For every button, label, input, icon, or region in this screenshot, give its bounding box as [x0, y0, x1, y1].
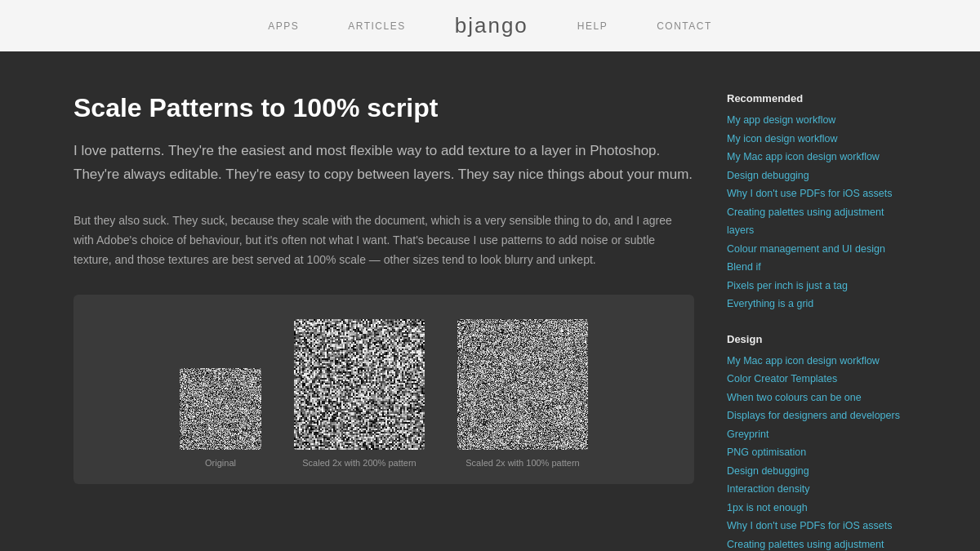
sidebar-link[interactable]: PNG optimisation: [727, 443, 906, 462]
sidebar-link[interactable]: Colour management and UI design: [727, 240, 906, 259]
sidebar-link[interactable]: Creating palettes using adjustment layer…: [727, 535, 906, 552]
nav-help-link[interactable]: HELP: [577, 20, 608, 32]
sidebar-link[interactable]: Greyprint: [727, 425, 906, 444]
design-links: My Mac app icon design workflowColor Cre…: [727, 352, 906, 552]
sidebar-link[interactable]: When two colours can be one: [727, 389, 906, 407]
noise-100: [457, 319, 588, 450]
sidebar-link[interactable]: My icon design workflow: [727, 130, 906, 149]
sidebar-link[interactable]: My Mac app icon design workflow: [727, 352, 906, 371]
recommended-links: My app design workflowMy icon design wor…: [727, 111, 906, 313]
sidebar: Recommended My app design workflowMy ico…: [727, 92, 906, 551]
caption-200: Scaled 2x with 200% pattern: [302, 458, 416, 468]
caption-original: Original: [205, 458, 236, 468]
sidebar-link[interactable]: Everything is a grid: [727, 295, 906, 313]
pattern-100: Scaled 2x with 100% pattern: [457, 319, 588, 468]
sidebar-link[interactable]: 1px is not enough: [727, 499, 906, 518]
caption-100: Scaled 2x with 100% pattern: [466, 458, 579, 468]
sidebar-design-title: Design: [727, 333, 906, 345]
sidebar-link[interactable]: Creating palettes using adjustment layer…: [727, 203, 906, 240]
sidebar-recommended: Recommended My app design workflowMy ico…: [727, 92, 906, 313]
sidebar-link[interactable]: My Mac app icon design workflow: [727, 148, 906, 167]
sidebar-link[interactable]: Why I don't use PDFs for iOS assets: [727, 184, 906, 203]
sidebar-link[interactable]: Displays for designers and developers: [727, 407, 906, 425]
sidebar-link[interactable]: Blend if: [727, 258, 906, 277]
noise-200: [294, 319, 425, 450]
pattern-original: Original: [180, 368, 261, 468]
sidebar-link[interactable]: Interaction density: [727, 480, 906, 499]
nav: APPS ARTICLES bjango HELP CONTACT: [268, 13, 712, 38]
noise-original: [180, 368, 261, 450]
header: APPS ARTICLES bjango HELP CONTACT: [0, 0, 980, 51]
sidebar-link[interactable]: My app design workflow: [727, 111, 906, 130]
sidebar-link[interactable]: Color Creator Templates: [727, 370, 906, 389]
article: Scale Patterns to 100% script I love pat…: [74, 92, 694, 551]
pattern-demo: Original Scaled 2x with 200% pattern Sca…: [74, 295, 694, 484]
nav-apps-link[interactable]: APPS: [268, 20, 299, 32]
article-title: Scale Patterns to 100% script: [74, 92, 694, 123]
sidebar-design: Design My Mac app icon design workflowCo…: [727, 333, 906, 552]
article-intro: I love patterns. They're the easiest and…: [74, 140, 694, 187]
main-content: Scale Patterns to 100% script I love pat…: [57, 51, 923, 551]
site-logo[interactable]: bjango: [455, 13, 528, 38]
pattern-200: Scaled 2x with 200% pattern: [294, 319, 425, 468]
sidebar-link[interactable]: Why I don't use PDFs for iOS assets: [727, 517, 906, 535]
article-body: But they also suck. They suck, because t…: [74, 211, 694, 269]
sidebar-recommended-title: Recommended: [727, 92, 906, 104]
sidebar-link[interactable]: Pixels per inch is just a tag: [727, 277, 906, 295]
sidebar-link[interactable]: Design debugging: [727, 167, 906, 185]
sidebar-link[interactable]: Design debugging: [727, 462, 906, 481]
nav-articles-link[interactable]: ARTICLES: [348, 20, 405, 32]
nav-contact-link[interactable]: CONTACT: [657, 20, 712, 32]
